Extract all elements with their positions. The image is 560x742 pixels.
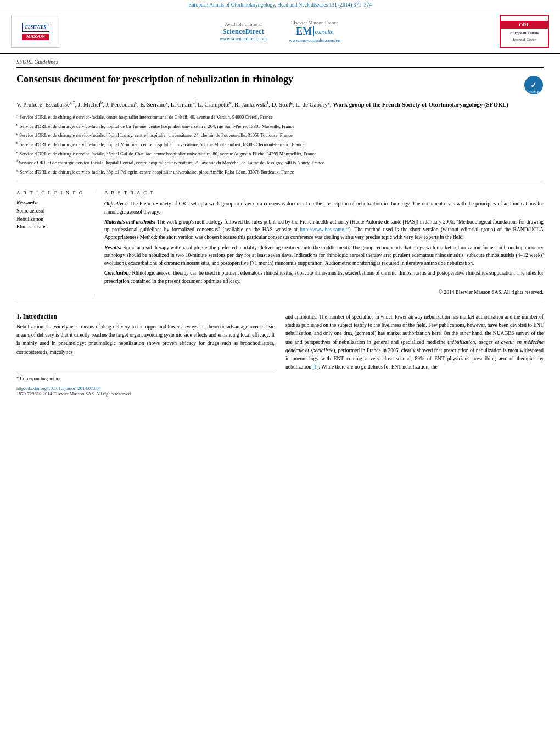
col-right: and antibiotics. The number of specialti… [285,313,544,381]
objectives-text: The French Society of ORL set up a work … [104,201,544,214]
keywords-list: Sonic aerosol Nebulization Rhinosinusiti… [16,207,86,231]
guidelines-tag: SFORL Guidelines [16,54,544,68]
keyword-3: Rhinosinusitis [16,223,86,231]
sciencedirect-brand: ScienceDirect [220,27,267,36]
svg-text:CrossMark: CrossMark [527,90,541,93]
article-info-heading: A R T I C L E I N F O [16,190,86,196]
has-url[interactable]: http://www.has-sante.fr [300,227,349,232]
title-section: Consensus document for prescription of n… [16,68,544,99]
footer-copyright: 1879-7296/© 2014 Elsevier Masson SAS. Al… [16,391,132,397]
elsevier-label: Elsevier Masson France [289,20,340,25]
corresponding-author-note: * Corresponding author. [16,376,275,381]
article-body: SFORL Guidelines Consensus document for … [0,54,560,381]
affil-e: e Service d'ORL et de chirurgie cervico-… [16,149,544,158]
abstract-copyright: © 2014 Elsevier Masson SAS. All rights r… [104,288,544,296]
em-consulte-brand: EM consulte [289,26,340,36]
intro-col-right-text: and antibiotics. The number of specialti… [285,313,544,371]
abstract-heading: A B S T R A C T [104,190,544,196]
abstract-section: A B S T R A C T Objectives: The French S… [104,190,544,296]
intro-col-left-text: Nebulization is a widely used means of d… [16,323,275,356]
abstract-text: Objectives: The French Society of ORL se… [104,200,544,296]
materials-label: Materials and methods: [104,219,155,225]
em-text: EM [296,26,312,36]
article-info-abstract: A R T I C L E I N F O Keywords: Sonic ae… [16,186,544,296]
affiliations-section: a Service d'ORL et de chirurgie cervico-… [16,113,544,181]
affil-b: b Service d'ORL et de chirurgie cervico-… [16,122,544,130]
header-center-logos: Available online at ScienceDirect www.sc… [220,20,340,43]
keyword-1: Sonic aerosol [16,207,86,215]
journal-title: European Annals of Otorhinolaryngology, … [188,2,372,8]
sciencedirect-block: Available online at ScienceDirect www.sc… [220,21,267,41]
results-label: Results: [104,245,122,250]
orl-journal-logo: ORL European Annals Journal Cover [500,15,549,48]
results-text: Sonic aerosol therapy with nasal plug is… [104,245,544,266]
page-footer: http://dx.doi.org/10.1016/j.anorl.2014.0… [0,381,560,399]
col-left: 1. Introduction Nebulization is a widely… [16,313,275,381]
objectives-label: Objectives: [104,201,128,207]
available-online-text: Available online at [220,21,267,27]
journal-bar: European Annals of Otorhinolaryngology, … [0,0,560,9]
affil-f: f Service d'ORL et de chirurgie cervico-… [16,158,544,166]
two-column-body: 1. Introduction Nebulization is a widely… [16,309,544,381]
journal-header: ELSEVIER MASSON Available online at Scie… [0,9,560,54]
keywords-label: Keywords: [16,200,86,205]
doi-link[interactable]: http://dx.doi.org/10.1016/j.anorl.2014.0… [16,386,544,391]
elsevier-url: www.em-consulte.com/en [289,37,340,43]
svg-text:✓: ✓ [530,81,537,90]
consulte-text: consulte [315,29,333,35]
affil-c: c Service d'ORL et de chirurgie cervico-… [16,131,544,139]
section-divider [16,303,544,303]
affil-d: d Service d'ORL et de chirurgie cervico-… [16,140,544,148]
intro-heading-text: 1. Introduction [16,313,57,320]
article-info-column: A R T I C L E I N F O Keywords: Sonic ae… [16,190,93,296]
footnote-area: * Corresponding author. [16,373,275,381]
conclusion-text: Rhinologic aerosol therapy can be used i… [104,270,544,283]
conclusion-label: Conclusion: [104,270,131,276]
article-title: Consensus document for prescription of n… [16,73,518,86]
sciencedirect-url: www.sciencedirect.com [220,36,267,41]
brand-divider [313,26,314,36]
affil-g: g Service d'ORL et de chirurgie cervico-… [16,168,544,176]
intro-heading: 1. Introduction [16,313,275,320]
keyword-2: Nebulization [16,215,86,223]
elsevier-masson-logo: ELSEVIER MASSON [11,15,60,48]
reference-1[interactable]: [1] [312,364,318,370]
authors-line: V. Prulière–Escabassea,*, J. Michelb, J.… [16,99,544,109]
crossmark-logo: ✓ CrossMark [524,75,544,96]
elsevier-block: Elsevier Masson France EM consulte www.e… [289,20,340,43]
affil-a: a Service d'ORL et de chirurgie cervico-… [16,113,544,121]
